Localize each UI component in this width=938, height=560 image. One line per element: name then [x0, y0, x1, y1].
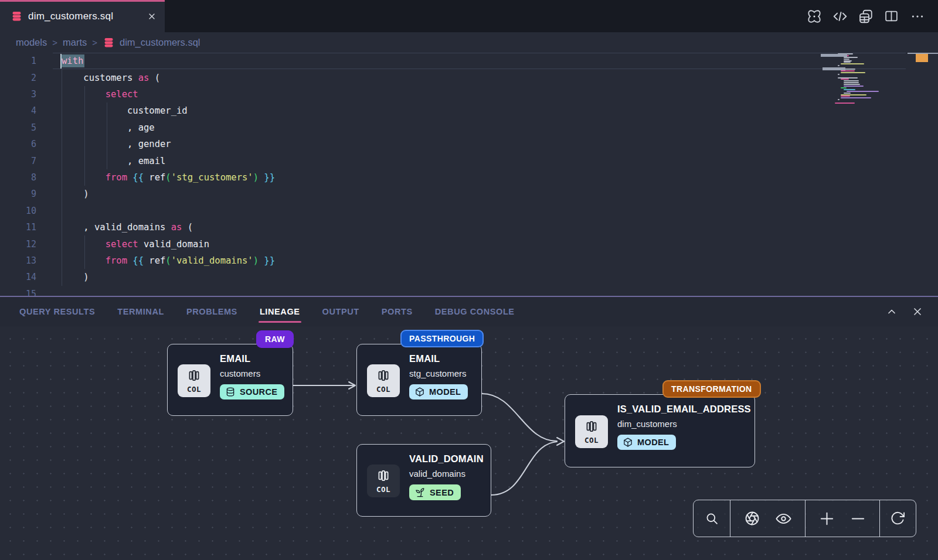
code-line-8[interactable]: 8 from {{ ref('stg_customers') }}: [0, 169, 938, 186]
edge-stg-to-dim: [482, 394, 557, 441]
close-panel-icon[interactable]: [911, 305, 924, 318]
column-tag-passthrough: PASSTHROUGH: [400, 330, 484, 347]
line-number: 12: [0, 239, 36, 250]
panel-tab-output[interactable]: OUTPUT: [322, 307, 359, 316]
breadcrumb-separator: >: [52, 37, 57, 47]
code-text: ): [62, 272, 89, 282]
resource-type-badge-model[interactable]: MODEL: [409, 384, 468, 399]
code-line-11[interactable]: 11 , valid_domains as (: [0, 219, 938, 235]
zoom-in-icon[interactable]: [817, 508, 837, 528]
resource-type-label: SEED: [430, 488, 454, 497]
code-text: , email: [62, 156, 165, 166]
panel-tab-ports[interactable]: PORTS: [382, 307, 413, 316]
panel-tab-debug-console[interactable]: DEBUG CONSOLE: [435, 307, 515, 316]
node-model-name: valid_domains: [409, 469, 484, 479]
node-model-name: customers: [220, 368, 284, 378]
database-icon: [103, 36, 115, 49]
toolbar-section: [879, 500, 915, 537]
column-chip-label: COL: [187, 385, 201, 394]
split-editor-icon[interactable]: [883, 8, 899, 24]
editor-tab-bar: dim_customers.sql: [0, 0, 938, 32]
panel-tab-query-results[interactable]: QUERY RESULTS: [19, 307, 95, 316]
line-number: 1: [0, 56, 36, 66]
code-line-13[interactable]: 13 from {{ ref('valid_domains') }}: [0, 252, 938, 269]
panel-tab-problems[interactable]: PROBLEMS: [186, 307, 237, 316]
code-text: with: [62, 56, 83, 66]
code-text: , valid_domains as (: [62, 222, 193, 233]
code-line-10[interactable]: 10: [0, 203, 938, 219]
lineage-node-customers[interactable]: COLEMAILcustomersSOURCE: [167, 344, 293, 416]
lineage-node-valid_domains[interactable]: COLVALID_DOMAINvalid_domainsSEED: [356, 444, 491, 517]
node-column-name: EMAIL: [220, 353, 284, 364]
code-text: , age: [62, 122, 155, 133]
tab-dim-customers[interactable]: dim_customers.sql: [0, 0, 165, 32]
aperture-icon[interactable]: [742, 508, 762, 528]
column-chip: COL: [575, 415, 608, 448]
cube-icon: [623, 437, 633, 448]
duplicate-table-icon[interactable]: [858, 8, 874, 24]
breadcrumb-item-dim-customers-sql[interactable]: dim_customers.sql: [120, 37, 200, 48]
column-tag-raw: RAW: [256, 330, 294, 348]
breadcrumb-item-models[interactable]: models: [16, 37, 47, 48]
code-line-4[interactable]: 4 customer_id: [0, 103, 938, 119]
cube-icon: [414, 387, 425, 397]
toolbar-section: [730, 500, 805, 537]
code-line-15[interactable]: 15: [0, 286, 938, 296]
refresh-icon[interactable]: [888, 508, 908, 528]
code-line-2[interactable]: 2 customers as (: [0, 69, 938, 86]
code-text: , gender: [62, 139, 171, 149]
columns-icon: [584, 419, 599, 436]
code-text: select: [62, 89, 138, 100]
line-number: 4: [0, 105, 36, 116]
close-icon[interactable]: [147, 12, 157, 21]
breadcrumb-item-marts[interactable]: marts: [63, 37, 87, 48]
line-number: 15: [0, 289, 36, 296]
search-icon[interactable]: [702, 508, 722, 528]
code-text: customers as (: [62, 73, 160, 83]
tabbar-actions: [806, 0, 925, 32]
code-line-9[interactable]: 9 ): [0, 186, 938, 202]
minimap-decoration: [823, 67, 845, 70]
dbt-logo-icon[interactable]: [806, 8, 822, 24]
lineage-canvas[interactable]: COLEMAILcustomersSOURCERAWCOLEMAILstg_cu…: [0, 326, 938, 560]
resource-type-badge-source[interactable]: SOURCE: [220, 384, 284, 399]
lineage-node-dim_customers[interactable]: COLIS_VALID_EMAIL_ADDRESSdim_customersMO…: [565, 394, 755, 467]
code-line-1[interactable]: 1with: [0, 53, 938, 69]
seedling-icon: [414, 487, 426, 498]
lineage-node-stg_customers[interactable]: COLEMAILstg_customersMODEL: [356, 344, 482, 416]
panel-tab-lineage[interactable]: LINEAGE: [260, 307, 300, 316]
zoom-out-icon[interactable]: [848, 508, 868, 528]
panel-tab-terminal[interactable]: TERMINAL: [117, 307, 164, 316]
code-text: ): [62, 189, 89, 199]
code-line-14[interactable]: 14 ): [0, 269, 938, 285]
code-line-5[interactable]: 5 , age: [0, 119, 938, 136]
tab-title: dim_customers.sql: [28, 11, 113, 22]
code-editor[interactable]: 1with2 customers as (3 select4 customer_…: [0, 53, 938, 296]
text-cursor: [60, 54, 62, 69]
more-icon[interactable]: [909, 8, 925, 24]
code-text: customer_id: [62, 105, 188, 116]
code-icon[interactable]: [832, 8, 848, 24]
edge-valid-to-dim: [491, 442, 557, 495]
resource-type-badge-seed[interactable]: SEED: [409, 484, 461, 500]
line-number: 8: [0, 172, 36, 183]
eye-icon[interactable]: [773, 508, 793, 528]
code-line-6[interactable]: 6 , gender: [0, 136, 938, 152]
bottom-panel-header: QUERY RESULTSTERMINALPROBLEMSLINEAGEOUTP…: [0, 296, 938, 326]
scrollbar-marker[interactable]: [916, 54, 928, 62]
code-line-12[interactable]: 12 select valid_domain: [0, 235, 938, 252]
breadcrumb: models>marts>dim_customers.sql: [0, 32, 938, 53]
columns-icon: [376, 368, 391, 385]
line-number: 2: [0, 73, 36, 83]
code-text: select valid_domain: [62, 239, 209, 250]
line-number: 7: [0, 156, 36, 166]
app-window: dim_customers.sql models>marts>dim_custo…: [0, 0, 938, 560]
resource-type-badge-model[interactable]: MODEL: [617, 435, 676, 450]
code-line-7[interactable]: 7 , email: [0, 152, 938, 169]
database-icon: [11, 10, 23, 22]
code-line-3[interactable]: 3 select: [0, 86, 938, 103]
column-chip-label: COL: [584, 436, 599, 445]
collapse-panel-icon[interactable]: [885, 305, 898, 318]
line-number: 14: [0, 272, 36, 282]
column-chip: COL: [178, 364, 210, 397]
